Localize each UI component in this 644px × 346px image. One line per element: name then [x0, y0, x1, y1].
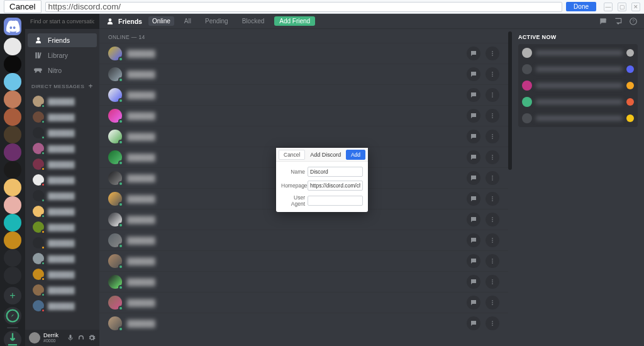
more-button[interactable]	[486, 130, 499, 143]
message-button[interactable]	[467, 296, 480, 310]
more-button[interactable]	[486, 109, 499, 123]
active-row[interactable]	[522, 81, 634, 91]
friend-row[interactable]: ██████	[99, 126, 508, 147]
message-button[interactable]	[467, 275, 480, 289]
guild-item[interactable]	[4, 249, 21, 267]
add-friend-button[interactable]: Add Friend	[274, 16, 315, 26]
deafen-icon[interactable]	[77, 334, 85, 342]
guild-item[interactable]	[4, 196, 21, 214]
dm-item[interactable]: ██████	[28, 220, 97, 235]
modal-cancel-button[interactable]: Cancel	[279, 150, 305, 160]
help-icon[interactable]: ?	[629, 17, 638, 26]
guild-item[interactable]	[4, 108, 21, 126]
more-button[interactable]	[486, 316, 499, 330]
guild-item[interactable]	[4, 232, 21, 249]
message-button[interactable]	[467, 130, 480, 143]
tab-blocked[interactable]: Blocked	[238, 16, 269, 26]
name-input[interactable]	[308, 167, 363, 177]
sidebar-item-friends[interactable]: Friends	[28, 33, 97, 47]
host-done-button[interactable]: Done	[566, 2, 596, 11]
guild-item[interactable]	[4, 214, 21, 232]
dm-item[interactable]: ██████	[28, 235, 97, 250]
new-dm-icon[interactable]	[599, 17, 608, 26]
dm-item[interactable]: ██████	[28, 282, 97, 298]
dm-item[interactable]: ██████	[28, 141, 97, 156]
host-cancel-button[interactable]: Cancel	[4, 0, 42, 13]
guild-item[interactable]	[4, 267, 21, 284]
message-button[interactable]	[467, 67, 480, 81]
friend-row[interactable]: ██████	[99, 271, 508, 292]
friend-row[interactable]: ██████	[99, 250, 508, 271]
guild-item[interactable]	[4, 55, 21, 73]
sidebar-item-library[interactable]: Library	[28, 48, 97, 62]
tab-all[interactable]: All	[180, 16, 195, 26]
more-button[interactable]	[486, 233, 499, 247]
message-button[interactable]	[467, 254, 480, 268]
homepage-input[interactable]	[308, 181, 363, 191]
home-button[interactable]	[4, 18, 21, 35]
host-url-input[interactable]	[45, 2, 563, 12]
message-button[interactable]	[467, 88, 480, 102]
more-button[interactable]	[486, 192, 499, 206]
more-button[interactable]	[486, 254, 499, 268]
more-button[interactable]	[486, 47, 499, 60]
more-button[interactable]	[486, 171, 499, 185]
friend-row[interactable]: ██████	[99, 43, 508, 64]
dm-item[interactable]: ██████	[28, 109, 97, 125]
tab-pending[interactable]: Pending	[201, 16, 232, 26]
message-button[interactable]	[467, 171, 480, 185]
friend-row[interactable]: ██████	[99, 292, 508, 313]
guild-item[interactable]	[4, 143, 21, 161]
more-button[interactable]	[486, 275, 499, 289]
guild-item[interactable]	[4, 126, 21, 143]
more-button[interactable]	[486, 88, 499, 102]
dm-item[interactable]: ██████	[28, 188, 97, 203]
active-row[interactable]	[522, 97, 634, 107]
add-server-button[interactable]: +	[4, 287, 21, 304]
modal-add-button[interactable]: Add	[346, 150, 365, 160]
friend-row[interactable]: ██████	[99, 230, 508, 250]
quick-switcher[interactable]	[25, 14, 99, 29]
window-close-icon[interactable]: ✕	[631, 3, 640, 11]
dm-item[interactable]: ██████	[28, 251, 97, 266]
friend-row[interactable]: ██████	[99, 105, 508, 126]
avatar[interactable]	[29, 332, 40, 343]
dm-item[interactable]: ██████	[28, 298, 97, 313]
friend-row[interactable]: ██████	[99, 64, 508, 84]
guild-item[interactable]	[4, 179, 21, 196]
guild-item[interactable]	[4, 38, 21, 55]
dm-item[interactable]: ██████	[28, 125, 97, 140]
guild-item[interactable]	[4, 91, 21, 108]
dm-item[interactable]: ██████	[28, 267, 97, 282]
sidebar-item-nitro[interactable]: Nitro	[28, 64, 97, 77]
message-button[interactable]	[467, 316, 480, 330]
explore-button[interactable]	[4, 307, 21, 325]
message-button[interactable]	[467, 213, 480, 226]
settings-icon[interactable]	[88, 334, 96, 342]
dm-item[interactable]: ██████	[28, 157, 97, 172]
dm-item[interactable]: ██████	[28, 172, 97, 187]
message-button[interactable]	[467, 109, 480, 123]
more-button[interactable]	[486, 67, 499, 81]
download-button[interactable]	[4, 331, 21, 346]
inbox-icon[interactable]	[614, 17, 623, 26]
tab-online[interactable]: Online	[148, 16, 174, 26]
window-maximize-icon[interactable]: ▢	[618, 3, 626, 11]
dm-item[interactable]: ██████	[28, 94, 97, 109]
active-row[interactable]	[522, 48, 634, 58]
more-button[interactable]	[486, 296, 499, 310]
search-input[interactable]	[29, 16, 96, 26]
window-minimize-icon[interactable]: —	[604, 3, 613, 11]
active-row[interactable]	[522, 64, 634, 74]
more-button[interactable]	[486, 150, 499, 164]
add-dm-button[interactable]: +	[88, 82, 93, 91]
friend-row[interactable]: ██████	[99, 84, 508, 105]
mute-icon[interactable]	[67, 334, 74, 342]
message-button[interactable]	[467, 233, 480, 247]
message-button[interactable]	[467, 192, 480, 206]
more-button[interactable]	[486, 213, 499, 226]
message-button[interactable]	[467, 150, 480, 164]
useragent-input[interactable]	[308, 196, 363, 206]
guild-item[interactable]	[4, 73, 21, 91]
active-row[interactable]	[522, 113, 634, 123]
